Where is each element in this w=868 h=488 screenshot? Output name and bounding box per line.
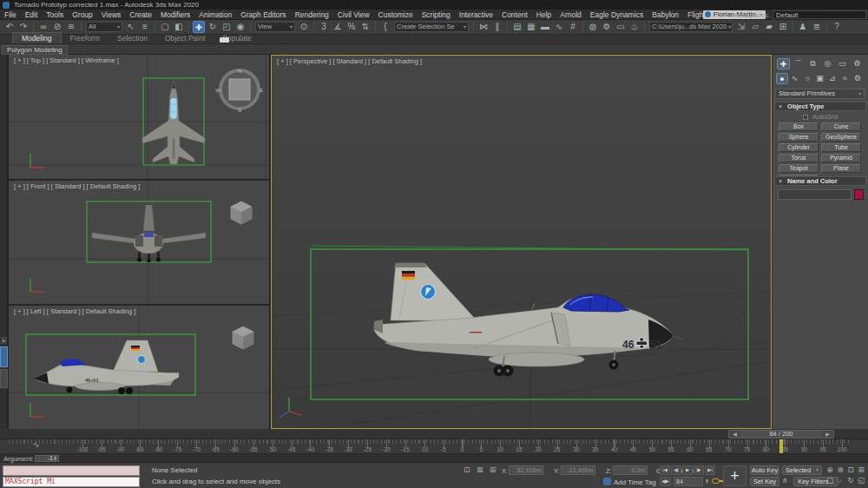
object-type-rollout[interactable]: ▼ Object Type — [774, 102, 866, 111]
curve-editor-icon[interactable]: ∿ — [553, 21, 565, 33]
go-to-start-button[interactable]: |◀ — [660, 465, 670, 475]
select-and-link-icon[interactable]: ∞ — [37, 21, 49, 33]
select-and-move-icon[interactable]: ✚ — [193, 21, 205, 33]
zoom-all-icon[interactable]: ⊛ — [835, 465, 845, 475]
menu-item-eagle-dynamics[interactable]: Eagle Dynamics — [586, 10, 648, 20]
menu-item-scripting[interactable]: Scripting — [418, 10, 455, 20]
menu-item-rendering[interactable]: Rendering — [291, 10, 333, 20]
cameras-category-icon[interactable]: ▣ — [814, 73, 826, 84]
cylinder-button[interactable]: Cylinder — [779, 143, 819, 152]
layout-flyout-button[interactable]: ▸ — [1, 337, 7, 344]
save-plus-icon[interactable]: ⊞ — [777, 21, 789, 33]
shapes-category-icon[interactable]: ∿ — [789, 73, 801, 84]
ribbon-minimize-icon[interactable] — [220, 37, 229, 43]
current-frame-marker[interactable] — [779, 439, 783, 453]
x-coordinate-field[interactable]: 62,916m — [509, 465, 543, 475]
render-setup-icon[interactable]: ⚙ — [601, 21, 613, 33]
percent-snap-icon[interactable]: % — [345, 21, 358, 33]
render-production-icon[interactable]: ♨ — [628, 21, 641, 33]
field-of-view-icon[interactable]: ▢ — [825, 475, 835, 485]
maximize-viewport-toggle-icon[interactable]: ◱ — [856, 475, 866, 485]
sphere-button[interactable]: Sphere — [779, 133, 819, 142]
auto-key-button[interactable]: Auto Key — [750, 465, 779, 475]
viewport-perspective[interactable]: [ + ] [ Perspective ] [ Standard ] [ Def… — [271, 55, 772, 429]
align-icon[interactable]: ∥ — [491, 21, 503, 33]
object-color-swatch[interactable] — [854, 189, 864, 200]
menu-item-content[interactable]: Content — [497, 10, 532, 20]
display-tab-icon[interactable]: ▭ — [836, 58, 849, 69]
zoom-icon[interactable]: ⊕ — [825, 465, 835, 475]
aircraft-left-view[interactable]: 46+51 — [34, 340, 179, 394]
autogrid-checkbox[interactable]: AutoGrid — [773, 113, 868, 121]
previous-frame-arrow-icon[interactable]: ◀ — [729, 431, 740, 438]
viewport-left-label[interactable]: [ + ] [ Left ] [ Standard ] [ Default Sh… — [14, 307, 135, 315]
project-folder-dropdown[interactable]: C:\Users\ju...ds Max 2020▾ — [649, 22, 733, 32]
schematic-view-icon[interactable]: # — [567, 21, 579, 33]
lights-category-icon[interactable]: ☼ — [801, 73, 813, 84]
arnold-icon[interactable]: ♟ — [797, 21, 809, 33]
menu-item-help[interactable]: Help — [532, 10, 556, 20]
menu-item-file[interactable]: File — [0, 10, 21, 20]
viewport-top-label[interactable]: [ + ] [ Top ] [ Standard ] [ Wireframe ] — [14, 56, 119, 64]
absolute-mode-toggle-icon[interactable]: ⊞ — [490, 465, 496, 474]
menu-item-customize[interactable]: Customize — [374, 10, 418, 20]
set-key-button[interactable]: Set Key — [750, 477, 779, 486]
torus-button[interactable]: Torus — [779, 154, 819, 162]
pan-icon[interactable]: ☞ — [835, 475, 845, 485]
menu-item-animation[interactable]: Animation — [194, 10, 236, 20]
object-name-field[interactable] — [778, 189, 852, 200]
spinner-icon[interactable]: ▲▼ — [53, 456, 57, 461]
isolate-selection-icon[interactable]: ⊡ — [464, 465, 470, 474]
reference-coordinate-system-dropdown[interactable]: View▾ — [255, 22, 295, 32]
bind-to-space-warp-icon[interactable]: ≋ — [65, 21, 77, 33]
character-icon[interactable]: ⋔ — [782, 477, 788, 485]
workspace-dropdown[interactable]: Default — [773, 10, 866, 19]
geometry-category-icon[interactable]: ● — [776, 73, 788, 84]
viewport-front-label[interactable]: [ + ] [ Front ] [ Standard ] [ Default S… — [14, 182, 140, 190]
layout-tab-active[interactable] — [0, 346, 8, 367]
viewport-perspective-label[interactable]: [ + ] [ Perspective ] [ Standard ] [ Def… — [277, 57, 422, 65]
named-selection-set-dropdown[interactable]: Create Selection Se▾ — [394, 22, 469, 32]
viewport-front[interactable]: [ + ] [ Front ] [ Standard ] [ Default S… — [9, 181, 269, 304]
select-and-place-icon[interactable]: ◉ — [234, 21, 247, 33]
select-and-scale-icon[interactable]: ◰ — [220, 21, 233, 33]
menu-item-create[interactable]: Create — [125, 10, 156, 20]
next-frame-arrow-icon[interactable]: ▶ — [822, 431, 833, 438]
angle-snap-icon[interactable]: ∡ — [332, 21, 344, 33]
undo-icon[interactable]: ↶ — [3, 21, 16, 33]
layout-tab-2[interactable] — [0, 369, 8, 388]
layer-explorer-toggle-icon[interactable]: ▦ — [525, 21, 537, 33]
menu-item-edit[interactable]: Edit — [21, 10, 43, 20]
name-and-color-rollout[interactable]: ▼ Name and Color — [774, 176, 866, 186]
box-button[interactable]: Box — [779, 122, 819, 131]
tube-button[interactable]: Tube — [821, 143, 861, 152]
geosphere-button[interactable]: GeoSphere — [821, 133, 861, 142]
pyramid-button[interactable]: Pyramid — [821, 154, 861, 162]
maxscript-mini-listener[interactable]: MAXScript Mi — [3, 477, 140, 487]
utilities-tab-icon[interactable]: ⚙ — [851, 58, 864, 69]
y-coordinate-field[interactable]: -12,409m — [561, 465, 595, 475]
zoom-extents-all-icon[interactable]: ⊞ — [856, 465, 866, 475]
teapot-button[interactable]: Teapot — [779, 164, 819, 173]
mirror-icon[interactable]: ⋈ — [477, 21, 490, 33]
set-keys-button[interactable]: + — [723, 465, 746, 486]
mini-curve-editor-button[interactable]: ∿ — [33, 440, 40, 449]
select-and-rotate-icon[interactable]: ↻ — [207, 21, 219, 33]
menu-item-group[interactable]: Group — [68, 10, 97, 20]
time-slider-handle[interactable]: ◀ 84 / 200 ▶ — [728, 430, 834, 439]
menu-item-graph-editors[interactable]: Graph Editors — [236, 10, 290, 20]
polygon-modeling-panel[interactable]: Polygon Modeling — [2, 45, 68, 55]
cone-button[interactable]: Cone — [821, 122, 861, 131]
primitive-category-dropdown[interactable]: Standard Primitives ▾ — [775, 89, 865, 99]
select-by-name-icon[interactable]: ≡ — [139, 21, 151, 33]
selection-filter-dropdown[interactable]: All▾ — [86, 22, 122, 32]
play-button[interactable]: ▶ — [682, 465, 693, 475]
viewcube-front[interactable] — [231, 201, 252, 224]
redo-icon[interactable]: ↷ — [17, 21, 30, 33]
use-pivot-point-center-icon[interactable]: ⊙ — [298, 21, 310, 33]
selection-set-dropdown[interactable]: Selected ▾ — [782, 465, 822, 475]
listener-icon[interactable]: ≣ — [811, 21, 823, 33]
help-icon[interactable]: ? — [831, 21, 843, 33]
motion-tab-icon[interactable]: ◎ — [821, 58, 834, 69]
next-frame-button[interactable]: |▶ — [694, 465, 704, 475]
